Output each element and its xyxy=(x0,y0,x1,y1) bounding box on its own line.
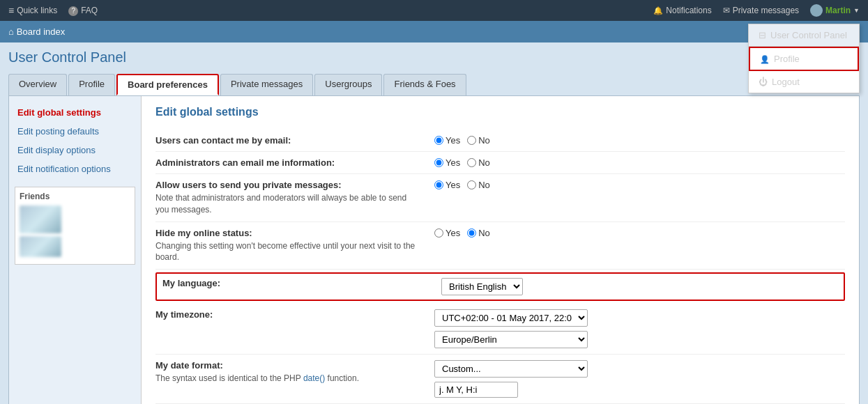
contact-email-no[interactable]: No xyxy=(467,135,490,146)
friend-avatar-2 xyxy=(20,236,61,257)
field-date-format: My date format: The syntax used is ident… xyxy=(155,355,845,404)
contact-email-no-radio[interactable] xyxy=(467,136,476,145)
tab-private-messages[interactable]: Private messages xyxy=(220,74,313,95)
field-contact-email-label: Users can contact me by email: xyxy=(155,135,420,146)
field-language: My language: British English English Ger… xyxy=(155,272,845,301)
field-admin-email-control: Yes No xyxy=(434,157,490,168)
private-messages-yes-radio[interactable] xyxy=(434,180,443,189)
question-icon xyxy=(68,6,78,16)
sidebar-item-edit-notification[interactable]: Edit notification options xyxy=(9,160,141,178)
caret-down-icon: ▼ xyxy=(853,7,860,14)
admin-email-no-radio[interactable] xyxy=(467,158,476,167)
top-bar: Quick links FAQ Notifications Private me… xyxy=(0,0,868,21)
field-admin-email-label: Administrators can email me information: xyxy=(155,157,420,168)
region-select[interactable]: Europe/Berlin Europe/London America/New_… xyxy=(434,331,588,348)
field-timezone-control: UTC+02:00 - 01 May 2017, 22:03 UTC+00:00… xyxy=(434,309,588,348)
friend-avatar-1 xyxy=(20,205,61,233)
logout-menu-item[interactable]: Logout xyxy=(749,71,859,93)
user-avatar-small xyxy=(810,4,823,17)
logout-icon xyxy=(759,77,768,87)
field-date-format-control: Custom... d M Y, H:i Y-m-d xyxy=(434,360,588,398)
sidebar: Edit global settings Edit posting defaul… xyxy=(9,96,142,404)
board-index-link[interactable]: Board index xyxy=(8,26,65,37)
second-bar: Board index xyxy=(0,21,868,42)
contact-email-yes-radio[interactable] xyxy=(434,136,443,145)
private-messages-yes[interactable]: Yes xyxy=(434,180,460,190)
field-contact-email: Users can contact me by email: Yes No xyxy=(155,130,845,152)
private-messages-no-radio[interactable] xyxy=(467,180,476,189)
admin-email-yes-radio[interactable] xyxy=(434,158,443,167)
field-private-messages: Allow users to send you private messages… xyxy=(155,174,845,222)
field-language-label: My language: xyxy=(162,278,427,288)
field-contact-email-control: Yes No xyxy=(434,135,490,146)
field-timezone: My timezone: UTC+02:00 - 01 May 2017, 22… xyxy=(155,304,845,355)
user-dropdown: User Control Panel Profile Logout xyxy=(748,24,860,93)
section-title: Edit global settings xyxy=(155,106,845,118)
tab-board-preferences[interactable]: Board preferences xyxy=(116,74,219,95)
field-date-format-label: My date format: The syntax used is ident… xyxy=(155,360,420,384)
faq-link[interactable]: FAQ xyxy=(68,6,98,16)
field-online-status: Hide my online status: Changing this set… xyxy=(155,222,845,270)
date-function-link[interactable]: date() xyxy=(303,373,325,383)
private-messages-no[interactable]: No xyxy=(467,180,490,190)
profile-icon xyxy=(760,54,770,64)
tab-usergroups[interactable]: Usergroups xyxy=(314,74,382,95)
username-label: Martin xyxy=(825,6,851,15)
profile-menu-item[interactable]: Profile xyxy=(749,47,859,71)
home-icon xyxy=(8,26,14,37)
field-language-control: British English English German French xyxy=(441,278,523,295)
online-status-yes[interactable]: Yes xyxy=(434,228,460,238)
sidebar-item-edit-global[interactable]: Edit global settings xyxy=(9,103,141,122)
date-format-select[interactable]: Custom... d M Y, H:i Y-m-d xyxy=(434,360,588,378)
friends-box: Friends xyxy=(15,187,135,265)
online-status-yes-radio[interactable] xyxy=(434,228,443,238)
contact-email-yes[interactable]: Yes xyxy=(434,135,460,146)
field-private-messages-label: Allow users to send you private messages… xyxy=(155,180,420,216)
field-online-status-control: Yes No xyxy=(434,228,490,238)
user-menu[interactable]: Martin ▼ User Control Panel Profile Logo… xyxy=(810,4,860,17)
online-status-no-radio[interactable] xyxy=(467,228,476,238)
field-private-messages-control: Yes No xyxy=(434,180,490,190)
main-panel: Edit global settings Users can contact m… xyxy=(142,96,859,404)
bell-icon xyxy=(653,6,663,15)
field-online-status-label: Hide my online status: Changing this set… xyxy=(155,228,420,264)
online-status-no[interactable]: No xyxy=(467,228,490,238)
field-date-format-subtext: The syntax used is identical to the PHP … xyxy=(155,373,420,384)
field-online-status-subtext: Changing this setting won't become effec… xyxy=(155,240,420,264)
sidebar-item-edit-posting[interactable]: Edit posting defaults xyxy=(9,122,141,141)
admin-email-yes[interactable]: Yes xyxy=(434,157,460,168)
top-bar-left: Quick links FAQ xyxy=(8,5,98,16)
quicklinks-menu[interactable]: Quick links xyxy=(8,5,57,16)
friends-box-title: Friends xyxy=(20,192,130,201)
page-content: User Control Panel Overview Profile Boar… xyxy=(0,42,868,404)
tab-overview[interactable]: Overview xyxy=(8,74,67,95)
notifications-link[interactable]: Notifications xyxy=(653,6,711,15)
sidebar-item-edit-display[interactable]: Edit display options xyxy=(9,141,141,160)
field-timezone-label: My timezone: xyxy=(155,309,420,320)
ucp-menu-item[interactable]: User Control Panel xyxy=(749,24,859,47)
admin-email-no[interactable]: No xyxy=(467,157,490,168)
date-format-custom-input[interactable] xyxy=(434,382,518,398)
ucp-icon xyxy=(759,30,766,40)
page-title: User Control Panel xyxy=(8,49,860,65)
tabs: Overview Profile Board preferences Priva… xyxy=(8,74,860,95)
top-bar-right: Notifications Private messages Martin ▼ … xyxy=(653,4,860,17)
language-select[interactable]: British English English German French xyxy=(441,278,523,295)
timezone-select[interactable]: UTC+02:00 - 01 May 2017, 22:03 UTC+00:00… xyxy=(434,309,588,327)
field-admin-email: Administrators can email me information:… xyxy=(155,152,845,174)
field-private-messages-subtext: Note that administrators and moderators … xyxy=(155,192,420,216)
tab-friends-foes[interactable]: Friends & Foes xyxy=(383,74,466,95)
envelope-icon xyxy=(723,6,730,15)
tab-profile[interactable]: Profile xyxy=(68,74,115,95)
list-icon xyxy=(8,5,14,16)
private-messages-link[interactable]: Private messages xyxy=(723,6,799,15)
content-area: Edit global settings Edit posting defaul… xyxy=(8,95,860,404)
